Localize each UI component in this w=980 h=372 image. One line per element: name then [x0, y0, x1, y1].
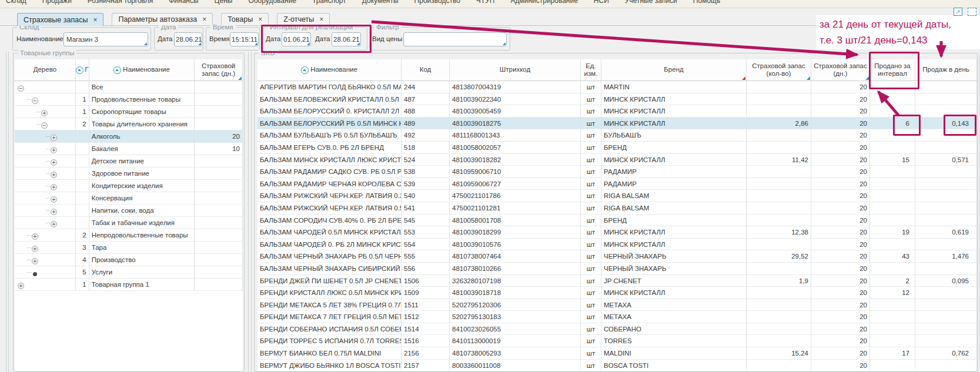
menu-item[interactable]: Помощь — [693, 0, 720, 6]
tab[interactable]: Товары× — [221, 13, 269, 25]
sku-row[interactable]: БАЛЬЗАМ РИЖСКИЙ ЧЕРН.КЕР. ЛАТВИЯ 0.5Л RI… — [257, 202, 978, 215]
tree-row[interactable]: +1Товарная группа 1 — [15, 279, 243, 291]
expand-icon[interactable]: + — [51, 147, 57, 153]
column-header[interactable]: Страховой запас (дн.) — [811, 59, 870, 81]
menu-item[interactable]: Розничная торговля — [88, 0, 153, 6]
expand-icon[interactable]: + — [51, 184, 57, 190]
column-header[interactable]: Страховой запас (дн.) — [195, 59, 243, 81]
panel-splitter[interactable] — [248, 52, 249, 372]
sku-row[interactable]: ВЕРМУТ БИАНКО БЕЛ 0.75Л MALDINI215648107… — [257, 347, 978, 360]
tree-row[interactable]: +Бакалея10 — [15, 143, 243, 155]
expand-icon[interactable]: + — [51, 135, 57, 141]
collapse-icon[interactable]: − — [41, 122, 48, 129]
expand-icon[interactable]: + — [51, 172, 57, 178]
leaf-dot-icon[interactable] — [33, 272, 37, 276]
menu-item[interactable]: Продажи — [42, 0, 72, 6]
expand-icon[interactable]: + — [18, 283, 24, 289]
column-header[interactable]: Дерево — [15, 59, 76, 81]
tree-row[interactable]: +Детское питание — [15, 155, 243, 167]
tab[interactable]: Страховые запасы× — [17, 13, 103, 26]
sku-row[interactable]: БАЛЬЗАМ ЕГЕРЬ СУВ.0. РБ 2Л БРЕНД51848100… — [257, 142, 978, 154]
sku-row[interactable]: БРЕНДИ КРИСТАЛЛ ЛЮКС 0.5Л МИНСК КРИСТАЛЛ… — [257, 287, 978, 299]
sku-row[interactable]: БАЛЬЗАМ РИЖСКИЙ ЧЕРН.КЕР. ЛАТВИЯ 0.35Л R… — [257, 190, 978, 202]
tab[interactable]: Z-отчеты× — [277, 13, 330, 25]
menu-item[interactable]: Цены — [215, 0, 233, 6]
collapse-icon[interactable]: − — [32, 98, 38, 104]
menu-item[interactable]: Производство — [414, 0, 460, 6]
tree-row[interactable]: +Табак и табачные изделия — [15, 217, 243, 229]
column-header[interactable]: Г — [76, 59, 89, 81]
menu-item[interactable]: НСИ — [594, 0, 609, 6]
menu-item[interactable]: Транспорт — [312, 0, 346, 6]
column-header[interactable]: Ед. изм. — [581, 59, 601, 81]
expand-icon[interactable]: + — [32, 233, 38, 240]
tree-row[interactable]: +1Скоропортящие товары — [15, 106, 243, 118]
expand-icon[interactable]: + — [41, 110, 48, 116]
tree-row[interactable]: +Здоровое питание — [15, 167, 243, 180]
warehouse-name-input[interactable]: Магазин 3 — [63, 32, 148, 46]
sku-row[interactable]: БРЕНДИ МЕТАКСА 7 ЛЕТ ГРЕЦИЯ 0.5Л МЕТАХА1… — [257, 311, 978, 323]
column-header[interactable]: Штрихкод — [450, 59, 581, 81]
column-header[interactable]: Код — [402, 59, 450, 81]
sku-row[interactable]: БАЛЬЗАМ РАДАМИР САДКО СУВ. РБ 0.5Л РАДАМ… — [257, 166, 978, 178]
expand-icon[interactable]: + — [32, 258, 38, 264]
menu-item[interactable]: Документы — [362, 0, 399, 6]
sku-row[interactable]: ВЕРМУТ ДЖИБО БЬЯНКО 1Л BOSCA TOSTI215780… — [257, 360, 978, 371]
panel-splitter[interactable] — [251, 52, 252, 372]
expand-icon[interactable]: + — [51, 209, 57, 215]
tab-close-icon[interactable]: × — [93, 16, 97, 24]
sku-row[interactable]: БАЛЬЗАМ ЧАРОДЕЙ 0. РБ 2Л МИНСК КРИСТАЛЛ5… — [257, 239, 978, 251]
menu-item[interactable]: Администрирование — [510, 0, 577, 6]
expand-icon[interactable]: + — [51, 221, 57, 227]
column-header[interactable]: Наименование — [89, 59, 195, 81]
expand-icon[interactable]: + — [32, 246, 38, 252]
menu-item[interactable]: Оборудование — [248, 0, 296, 6]
menu-item[interactable]: Финансы — [169, 0, 198, 6]
popout-window-icon[interactable]: ↗ — [954, 8, 962, 16]
menu-item[interactable]: ЧТУП — [476, 0, 495, 6]
sku-row[interactable]: БРЕНДИ ТОРРЕС 5 ИСПАНИЯ 0.7Л TORRES15168… — [257, 335, 978, 347]
tab[interactable]: Параметры автозаказа× — [112, 13, 213, 25]
sku-row[interactable]: БАЛЬЗАМ БЕЛОРУССКИЙ 0. КРИСТАЛЛ 2Л МИНСК… — [257, 105, 978, 118]
column-header[interactable]: Наименование — [257, 59, 402, 81]
frame-select-icon[interactable] — [968, 8, 976, 16]
tree-row[interactable]: −Все — [15, 81, 243, 93]
collapse-icon[interactable]: − — [18, 85, 24, 92]
tree-row[interactable]: +3Тара — [15, 242, 243, 254]
tree-row[interactable]: +Алкоголь20 — [15, 130, 243, 143]
sku-row[interactable]: БРЕНДИ МЕТАКСА 5 ЛЕТ 38% ГРЕЦИЯ 0.7Л МЕТ… — [257, 299, 978, 311]
tree-row[interactable]: +Кондитерские изделия — [15, 180, 243, 192]
sku-row[interactable]: БАЛЬЗАМ БЕЛОВЕЖСКИЙ КРИСТАЛЛ 0.5Л МИНСК … — [257, 93, 978, 106]
price-type-input[interactable] — [403, 32, 507, 46]
expand-icon[interactable]: + — [51, 196, 57, 203]
menu-item[interactable]: Учетные записи — [625, 0, 677, 6]
sku-row[interactable]: БРЕНДИ СОБЕРАНО ИСПАНИЯ 0.5Л СОБЕРАНО151… — [257, 323, 978, 336]
column-header[interactable]: Бренд — [601, 59, 747, 81]
sku-row[interactable]: БАЛЬЗАМ ЧЕРНЫЙ ЗНАХАРЬ СИБИРСКИЙ 0.5Л ЧЕ… — [257, 263, 978, 275]
tree-row[interactable]: −1Продовольственные товары — [15, 93, 243, 106]
column-header[interactable]: Страховой запас (кол-во) — [747, 59, 811, 81]
tree-row[interactable]: +Консервация — [15, 192, 243, 205]
date-input[interactable]: 28.06.21 — [174, 32, 202, 46]
time-input[interactable]: 15:15:11 — [230, 32, 259, 46]
sku-row[interactable]: БАЛЬЗАМ БУЛЬБАШЪ РБ 0.5Л БУЛЬБАШЪ4924811… — [257, 129, 978, 142]
menu-item[interactable]: Склад — [6, 0, 26, 6]
tree-row[interactable]: +Напитки, соки, вода — [15, 205, 243, 217]
sku-row[interactable]: БАЛЬЗАМ СОРОДИЧ СУВ.40% 0. РБ 2Л БРЕНД54… — [257, 215, 978, 227]
column-header[interactable]: Продаж в день — [915, 59, 977, 81]
sku-row[interactable]: БАЛЬЗАМ БЕЛОРУССКИЙ РБ 0.5Л МИНСК КРИСТА… — [257, 118, 978, 130]
tab-close-icon[interactable]: × — [202, 15, 206, 24]
tree-row[interactable]: 5Услуги — [15, 266, 243, 279]
expand-icon[interactable]: + — [51, 159, 57, 166]
tab-close-icon[interactable]: × — [258, 15, 262, 24]
sku-row[interactable]: БРЕНДИ ДЖЕЙ ПИ ШЕНЕТ 0.5Л JP CHENET15063… — [257, 275, 978, 287]
sku-row[interactable]: БАЛЬЗАМ РАДАМИР ЧЕРНАЯ КОРОЛЕВА СУВ 0.5Л… — [257, 178, 978, 190]
scrollbar-strip[interactable] — [977, 53, 980, 372]
tree-row[interactable]: −2Товары длительного хранения — [15, 118, 243, 130]
sku-row[interactable]: БАЛЬЗАМ МИНСК КРИСТАЛЛ ЛЮКС КРИСТАЛ 0.5Л… — [257, 154, 978, 166]
sku-row[interactable]: БАЛЬЗАМ ЧЕРНЫЙ ЗНАХАРЬ РБ 0.5Л ЧЕРНЫЙ ЗН… — [257, 250, 978, 263]
tree-row[interactable]: +2Непродовольственные товары — [15, 229, 243, 242]
tree-row[interactable]: +4Производство — [15, 254, 243, 266]
sku-row[interactable]: БАЛЬЗАМ ЧАРОДЕЙ 0.5Л МИНСК КРИСТАЛЛ55348… — [257, 226, 978, 239]
tab-close-icon[interactable]: × — [319, 15, 323, 24]
